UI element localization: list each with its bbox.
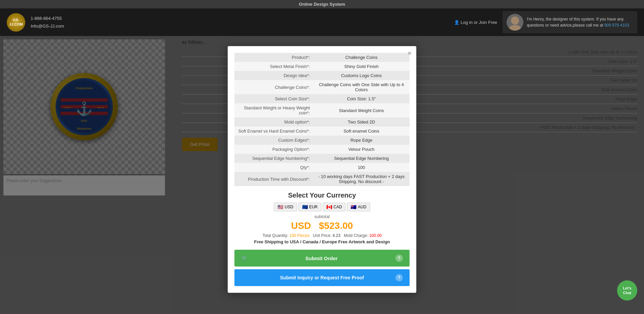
submit-order-help-icon: ? <box>395 254 403 262</box>
row-label: Soft Enamel vs Hard Enamel Coins*: <box>234 127 313 136</box>
submit-inquiry-button[interactable]: Submit Inquiry or Request Free Proof ? <box>234 269 410 286</box>
row-value: Sequential Edge Numbering <box>313 154 410 163</box>
currency-button-aud[interactable]: 🇦🇺AUD <box>347 203 370 211</box>
submit-order-button[interactable]: 🛒 Submit Order ? <box>234 250 410 267</box>
header: GS-JJ.COM 1-888-864-4755 Info@GS-JJ.com … <box>0 8 644 36</box>
row-value: Customs Logo Coins <box>313 71 410 80</box>
subtotal-label: subtotal <box>234 214 410 219</box>
assistant-text: I'm Henry, the designer of this system. … <box>527 16 633 28</box>
top-bar-label: Online Design System <box>299 2 345 7</box>
price-code: USD <box>291 220 311 231</box>
top-bar: Online Design System <box>0 0 644 8</box>
row-value: Velour Pouch <box>313 145 410 154</box>
mold-charge-label: Mold Charge: <box>344 233 368 238</box>
submit-inquiry-help-icon: ? <box>395 274 403 281</box>
total-qty-label: Total Quantity: <box>262 233 288 238</box>
assistant-phone[interactable]: 909 979 4103 <box>604 23 629 28</box>
row-value: Shiny Gold Finish <box>313 62 410 71</box>
login-link[interactable]: Log in <box>461 20 473 25</box>
row-value: 100 <box>313 163 410 172</box>
assistant-box: I'm Henry, the designer of this system. … <box>503 11 637 33</box>
row-label: Sequential Edge Numbering*: <box>234 154 313 163</box>
unit-price-label: Unit Price: <box>313 233 331 238</box>
row-label: Production Time with Discount*: <box>234 172 313 186</box>
row-label: Select Coin Size*: <box>234 94 313 103</box>
svg-point-0 <box>511 16 519 25</box>
row-value: Coin Size: 1.5" <box>313 94 410 103</box>
total-qty-value: 100 Pieces <box>289 233 309 238</box>
header-right: 👤 Log in or Join Free I'm Henry, the des… <box>454 11 637 33</box>
currency-buttons: 🇺🇸USD🇪🇺EUR🇨🇦CAD🇦🇺AUD <box>234 203 410 211</box>
price-amount: $523.00 <box>319 220 353 231</box>
row-label: Custom Edges*: <box>234 136 313 145</box>
table-row: Select Metal Finish*:Shiny Gold Finish <box>234 62 410 71</box>
avatar <box>507 14 523 31</box>
row-label: Design Idea*: <box>234 71 313 80</box>
currency-button-usd[interactable]: 🇺🇸USD <box>274 203 297 211</box>
join-link[interactable]: Join Free <box>479 20 497 25</box>
row-label: Mold option*: <box>234 117 313 127</box>
table-row: Standard Weight or Heavy Weight coin*:St… <box>234 103 410 117</box>
free-shipping-text: Free Shipping to USA / Canada / Europe F… <box>234 239 410 244</box>
table-row: Production Time with Discount*:- 10 work… <box>234 172 410 186</box>
table-row: Sequential Edge Numbering*:Sequential Ed… <box>234 154 410 163</box>
table-row: Product*:Challenge Coins <box>234 53 410 62</box>
currency-title: Select Your Currency <box>234 191 410 199</box>
login-area: 👤 Log in or Join Free <box>454 20 497 25</box>
row-label: Challenge Coins*: <box>234 80 313 94</box>
summary-table: Product*:Challenge CoinsSelect Metal Fin… <box>234 53 410 186</box>
table-row: Select Coin Size*:Coin Size: 1.5" <box>234 94 410 103</box>
table-row: Soft Enamel vs Hard Enamel Coins*:Soft e… <box>234 127 410 136</box>
svg-point-1 <box>509 25 521 31</box>
currency-button-cad[interactable]: 🇨🇦CAD <box>323 203 346 211</box>
modal-close-button[interactable]: × <box>408 49 412 57</box>
row-label: Packaging Option*: <box>234 145 313 154</box>
modal-overlay: × Product*:Challenge CoinsSelect Metal F… <box>0 36 644 314</box>
email-address: Info@GS-JJ.com <box>31 22 64 30</box>
table-row: Qty*:100 <box>234 163 410 172</box>
row-label: Standard Weight or Heavy Weight coin*: <box>234 103 313 117</box>
row-value: Soft enamel Coins <box>313 127 410 136</box>
row-value: Challenge Coins <box>313 53 410 62</box>
mold-charge-value: 100.00 <box>369 233 382 238</box>
submit-inquiry-label: Submit Inquiry or Request Free Proof <box>280 275 364 280</box>
row-value: Rope Edge <box>313 136 410 145</box>
cart-icon: 🛒 <box>241 255 248 261</box>
table-row: Challenge Coins*:Challenge Coins with On… <box>234 80 410 94</box>
logo[interactable]: GS-JJ.COM <box>7 13 25 32</box>
row-value: - 10 working days FAST Production + 2 da… <box>313 172 410 186</box>
price-display: USD $523.00 <box>234 220 410 231</box>
row-value: Standard Weight Coins <box>313 103 410 117</box>
row-label: Product*: <box>234 53 313 62</box>
price-details: Total Quantity: 100 Pieces Unit Price: 4… <box>234 233 410 238</box>
row-value: Two Sided 2D <box>313 117 410 127</box>
person-icon: 👤 <box>454 20 459 25</box>
table-row: Design Idea*:Customs Logo Coins <box>234 71 410 80</box>
header-left: GS-JJ.COM 1-888-864-4755 Info@GS-JJ.com <box>7 13 64 32</box>
unit-price-value: 4.23 <box>332 233 340 238</box>
currency-button-eur[interactable]: 🇪🇺EUR <box>298 203 321 211</box>
row-label: Select Metal Finish*: <box>234 62 313 71</box>
row-value: Challenge Coins with One Side with Up to… <box>313 80 410 94</box>
table-row: Mold option*:Two Sided 2D <box>234 117 410 127</box>
header-contact: 1-888-864-4755 Info@GS-JJ.com <box>31 14 64 30</box>
main-area: ⚓ Preparation Response ★★★ ★★★ USA Pleas… <box>0 36 644 314</box>
submit-order-label: Submit Order <box>305 255 338 261</box>
row-label: Qty*: <box>234 163 313 172</box>
lets-chat-button[interactable]: Let's Chat <box>617 280 637 301</box>
phone-number: 1-888-864-4755 <box>31 14 64 22</box>
modal: × Product*:Challenge CoinsSelect Metal F… <box>228 46 416 293</box>
currency-section: Select Your Currency 🇺🇸USD🇪🇺EUR🇨🇦CAD🇦🇺AU… <box>234 191 410 244</box>
table-row: Packaging Option*:Velour Pouch <box>234 145 410 154</box>
table-row: Custom Edges*:Rope Edge <box>234 136 410 145</box>
